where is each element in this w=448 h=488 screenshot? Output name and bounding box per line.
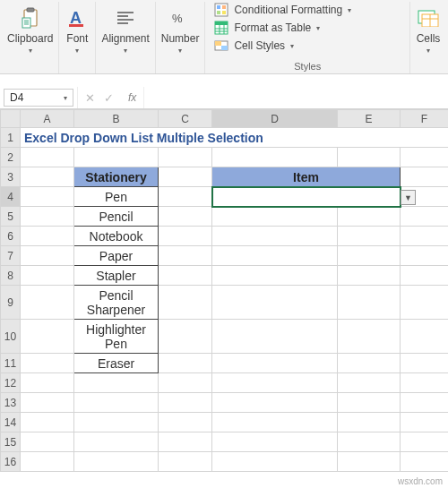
grid-cell[interactable] <box>338 148 401 167</box>
grid-cell[interactable] <box>212 207 338 227</box>
grid-cell[interactable] <box>212 373 338 393</box>
grid-cell[interactable] <box>159 320 212 354</box>
alignment-icon[interactable] <box>113 5 138 30</box>
row-header[interactable]: 11 <box>1 354 21 373</box>
chevron-down-icon[interactable]: ▾ <box>124 47 127 55</box>
grid-cell[interactable] <box>159 373 212 393</box>
grid-cell[interactable] <box>21 432 74 452</box>
clipboard-icon[interactable] <box>18 5 43 30</box>
row-header[interactable]: 6 <box>1 227 21 246</box>
grid-cell[interactable] <box>74 432 159 452</box>
name-box[interactable]: D4 ▾ <box>4 89 73 107</box>
conditional-formatting-button[interactable]: Conditional Formatting ▾ <box>214 2 351 18</box>
grid-cell[interactable] <box>159 393 212 413</box>
row-header[interactable]: 12 <box>1 373 21 393</box>
grid-cell[interactable] <box>212 393 338 413</box>
grid-cell[interactable] <box>74 413 159 432</box>
item-header[interactable]: Item <box>212 167 401 187</box>
stationery-cell[interactable]: Pencil Sharpener <box>74 286 159 320</box>
grid-cell[interactable] <box>338 373 401 393</box>
grid-cell[interactable] <box>401 373 449 393</box>
grid-cell[interactable] <box>21 148 74 167</box>
stationery-cell[interactable]: Paper <box>74 246 159 266</box>
grid-cell[interactable] <box>21 167 74 187</box>
grid-cell[interactable] <box>159 354 212 373</box>
grid-cell[interactable] <box>212 286 338 320</box>
stationery-cell[interactable]: Highlighter Pen <box>74 320 159 354</box>
col-header[interactable]: E <box>338 110 401 128</box>
select-all-corner[interactable] <box>1 110 21 128</box>
stationery-cell[interactable]: Stapler <box>74 266 159 286</box>
grid-cell[interactable] <box>401 393 449 413</box>
chevron-down-icon[interactable]: ▾ <box>178 47 182 55</box>
grid-cell[interactable] <box>212 246 338 266</box>
grid-cell[interactable] <box>401 320 449 354</box>
grid-cell[interactable] <box>401 207 449 227</box>
grid-cell[interactable] <box>21 266 74 286</box>
formula-input[interactable] <box>144 87 448 108</box>
grid-cell[interactable] <box>401 266 449 286</box>
stationery-cell[interactable]: Notebook <box>74 227 159 246</box>
font-button[interactable]: Font <box>66 32 88 45</box>
grid-cell[interactable] <box>159 227 212 246</box>
grid-cell[interactable] <box>21 452 74 472</box>
grid-cell[interactable] <box>401 452 449 472</box>
grid-cell[interactable] <box>21 393 74 413</box>
grid-cell[interactable] <box>159 286 212 320</box>
grid-cell[interactable] <box>74 148 159 167</box>
grid-cell[interactable] <box>338 413 401 432</box>
cancel-icon[interactable]: ✕ <box>85 91 95 105</box>
row-header[interactable]: 7 <box>1 246 21 266</box>
cells-icon[interactable] <box>416 5 441 30</box>
grid-cell[interactable] <box>338 227 401 246</box>
row-header[interactable]: 1 <box>1 128 21 148</box>
grid-cell[interactable] <box>21 354 74 373</box>
grid-cell[interactable] <box>21 246 74 266</box>
col-header[interactable]: D <box>212 110 338 128</box>
stationery-cell[interactable]: Pen <box>74 187 159 207</box>
chevron-down-icon[interactable]: ▾ <box>64 94 67 102</box>
grid-cell[interactable] <box>212 452 338 472</box>
col-header[interactable]: C <box>159 110 212 128</box>
grid-cell[interactable] <box>159 413 212 432</box>
row-header[interactable]: 5 <box>1 207 21 227</box>
grid-cell[interactable] <box>212 227 338 246</box>
grid-cell[interactable] <box>21 320 74 354</box>
row-header[interactable]: 16 <box>1 452 21 472</box>
font-icon[interactable]: A <box>65 5 90 30</box>
format-as-table-button[interactable]: Format as Table ▾ <box>214 20 320 36</box>
col-header[interactable]: F <box>401 110 449 128</box>
grid-cell[interactable] <box>401 354 449 373</box>
row-header[interactable]: 3 <box>1 167 21 187</box>
grid-cell[interactable] <box>21 413 74 432</box>
grid-cell[interactable] <box>401 432 449 452</box>
stationery-header[interactable]: Stationery <box>74 167 159 187</box>
clipboard-button[interactable]: Clipboard <box>7 32 53 45</box>
grid-cell[interactable] <box>159 207 212 227</box>
grid-cell[interactable] <box>74 373 159 393</box>
row-header[interactable]: 8 <box>1 266 21 286</box>
grid-cell[interactable] <box>401 148 449 167</box>
col-header[interactable]: B <box>74 110 159 128</box>
grid-cell[interactable] <box>212 432 338 452</box>
row-header[interactable]: 14 <box>1 413 21 432</box>
chevron-down-icon[interactable]: ▾ <box>29 47 32 55</box>
grid-cell[interactable] <box>338 452 401 472</box>
dropdown-arrow-button[interactable]: ▼ <box>401 190 416 205</box>
grid-cell[interactable] <box>212 320 338 354</box>
chevron-down-icon[interactable]: ▾ <box>426 47 430 55</box>
grid-cell[interactable] <box>401 246 449 266</box>
grid-cell[interactable] <box>401 227 449 246</box>
stationery-cell[interactable]: Pencil <box>74 207 159 227</box>
grid-cell[interactable] <box>21 207 74 227</box>
grid-cell[interactable] <box>338 393 401 413</box>
cells-button[interactable]: Cells <box>417 32 441 45</box>
grid-cell[interactable] <box>212 413 338 432</box>
row-header[interactable]: 10 <box>1 320 21 354</box>
grid-cell[interactable] <box>74 452 159 472</box>
alignment-button[interactable]: Alignment <box>101 32 149 45</box>
grid-cell[interactable] <box>159 187 212 207</box>
sheet-title[interactable]: Excel Drop Down List Multiple Selection <box>21 128 449 148</box>
fx-icon[interactable]: fx <box>123 91 136 104</box>
grid-cell[interactable] <box>338 286 401 320</box>
